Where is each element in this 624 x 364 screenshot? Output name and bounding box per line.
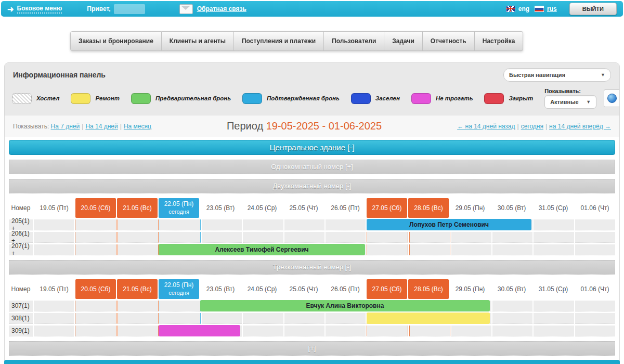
- calendar-cell[interactable]: [118, 301, 159, 311]
- calendar-cell[interactable]: [34, 244, 74, 255]
- building-banner[interactable]: Центральное здание [-]: [9, 140, 615, 155]
- calendar-cell[interactable]: [118, 232, 159, 243]
- nav-tab[interactable]: Пользователи: [324, 31, 384, 51]
- calendar-cell[interactable]: [534, 326, 574, 336]
- calendar-cell[interactable]: [284, 326, 324, 336]
- room-type-banner[interactable]: [+]: [9, 341, 615, 356]
- calendar-cell[interactable]: [75, 326, 116, 336]
- calendar-cell[interactable]: [492, 313, 532, 324]
- booking-bar[interactable]: Алексеев Тимофей Сергеевич: [159, 244, 365, 255]
- quick-nav-select[interactable]: Быстрая навигация ▼: [503, 68, 611, 82]
- calendar-cell[interactable]: [367, 326, 408, 336]
- calendar-cell[interactable]: [34, 219, 74, 230]
- calendar-cell[interactable]: [75, 244, 116, 255]
- calendar-cell[interactable]: [284, 313, 324, 324]
- calendar-cell[interactable]: [492, 326, 532, 336]
- range-14-days-link[interactable]: На 14 дней: [85, 123, 118, 130]
- calendar-cell[interactable]: [575, 232, 615, 243]
- html-export-icon[interactable]: [604, 89, 620, 107]
- calendar-cell[interactable]: [575, 326, 615, 336]
- calendar-cell[interactable]: [243, 219, 283, 230]
- calendar-cell[interactable]: [409, 326, 450, 336]
- calendar-cell[interactable]: [451, 326, 491, 336]
- calendar-cell[interactable]: [202, 219, 242, 230]
- calendar-cell[interactable]: [534, 232, 574, 243]
- forward-14-days-link[interactable]: на 14 дней вперёд →: [549, 123, 611, 130]
- calendar-cell[interactable]: [575, 313, 615, 324]
- room-label[interactable]: 207(1) +: [9, 244, 33, 255]
- calendar-cell[interactable]: [534, 301, 574, 311]
- today-link[interactable]: сегодня: [521, 123, 543, 130]
- range-7-days-link[interactable]: На 7 дней: [51, 123, 80, 130]
- calendar-cell[interactable]: [34, 301, 74, 311]
- booking-bar[interactable]: Лопухов Петр Семенович: [367, 219, 531, 230]
- calendar-cell[interactable]: [34, 232, 74, 243]
- nav-tab[interactable]: Отчетность: [423, 31, 475, 51]
- booking-bar[interactable]: Евчук Алина Викторовна: [200, 300, 490, 311]
- lang-eng[interactable]: eng: [506, 5, 529, 12]
- room-label[interactable]: 307(1): [9, 301, 33, 311]
- calendar-cell[interactable]: [451, 232, 491, 243]
- lang-rus[interactable]: rus: [535, 5, 557, 12]
- calendar-cell[interactable]: [575, 219, 615, 230]
- calendar-cell[interactable]: [575, 301, 615, 311]
- nav-tab[interactable]: Настройка: [475, 31, 524, 51]
- calendar-cell[interactable]: [326, 232, 366, 243]
- room-type-banner[interactable]: Однокомнатный номер [+]: [9, 160, 615, 174]
- calendar-cell[interactable]: [202, 313, 242, 324]
- calendar-cell[interactable]: [575, 244, 615, 255]
- calendar-cell[interactable]: [34, 326, 74, 336]
- nav-tab[interactable]: Поступления и платежи: [234, 31, 324, 51]
- calendar-cell[interactable]: [118, 244, 159, 255]
- calendar-cell[interactable]: [326, 313, 366, 324]
- room-type-banner[interactable]: Трехкомнатный номер [-]: [9, 260, 615, 275]
- calendar-cell[interactable]: [284, 219, 324, 230]
- calendar-cell[interactable]: [284, 232, 324, 243]
- booking-bar[interactable]: [159, 325, 240, 336]
- calendar-cell[interactable]: [409, 232, 450, 243]
- calendar-cell[interactable]: [75, 301, 116, 311]
- calendar-cell[interactable]: [202, 232, 242, 243]
- calendar-cell[interactable]: [118, 219, 159, 230]
- nav-tab[interactable]: Задачи: [384, 31, 423, 51]
- range-month-link[interactable]: На месяц: [124, 123, 151, 130]
- calendar-cell[interactable]: [367, 232, 408, 243]
- calendar-cell[interactable]: [75, 219, 116, 230]
- calendar-cell[interactable]: [243, 232, 283, 243]
- side-menu-toggle[interactable]: ➜ Боковое меню: [7, 5, 62, 14]
- feedback-link[interactable]: Обратная связь: [197, 5, 246, 12]
- calendar-cell[interactable]: [492, 232, 532, 243]
- calendar-cell[interactable]: [34, 313, 74, 324]
- room-type-banner[interactable]: Двухкомнатный номер [-]: [9, 179, 615, 193]
- calendar-cell[interactable]: [534, 219, 574, 230]
- calendar-cell[interactable]: [409, 244, 450, 255]
- calendar-cell[interactable]: [160, 232, 201, 243]
- calendar-cell[interactable]: [326, 219, 366, 230]
- calendar-cell[interactable]: [492, 301, 532, 311]
- back-14-days-link[interactable]: ← на 14 дней назад: [457, 123, 515, 130]
- calendar-cell[interactable]: [160, 219, 201, 230]
- calendar-cell[interactable]: [243, 326, 283, 336]
- calendar-cell[interactable]: [243, 313, 283, 324]
- calendar-cell[interactable]: [326, 326, 366, 336]
- room-label[interactable]: 309(1): [9, 326, 33, 336]
- calendar-cell[interactable]: [160, 313, 201, 324]
- booking-bar[interactable]: [367, 313, 490, 324]
- calendar-cell[interactable]: [118, 313, 159, 324]
- calendar-cell[interactable]: [534, 244, 574, 255]
- show-filter-select[interactable]: Активные ▼: [544, 95, 596, 109]
- calendar-cell[interactable]: [534, 313, 574, 324]
- calendar-cell[interactable]: [492, 244, 532, 255]
- calendar-cell[interactable]: [75, 232, 116, 243]
- nav-tab[interactable]: Клиенты и агенты: [162, 31, 234, 51]
- room-label[interactable]: 206(1) +: [9, 232, 33, 243]
- calendar-cell[interactable]: [75, 313, 116, 324]
- calendar-cell[interactable]: [367, 244, 408, 255]
- nav-tab[interactable]: Заказы и бронирование: [70, 31, 162, 51]
- logout-button[interactable]: выйти: [569, 3, 617, 15]
- room-label[interactable]: 308(1): [9, 313, 33, 324]
- room-label[interactable]: 205(1) +: [9, 219, 33, 230]
- calendar-cell[interactable]: [118, 326, 159, 336]
- calendar-cell[interactable]: [160, 301, 201, 311]
- calendar-cell[interactable]: [451, 244, 491, 255]
